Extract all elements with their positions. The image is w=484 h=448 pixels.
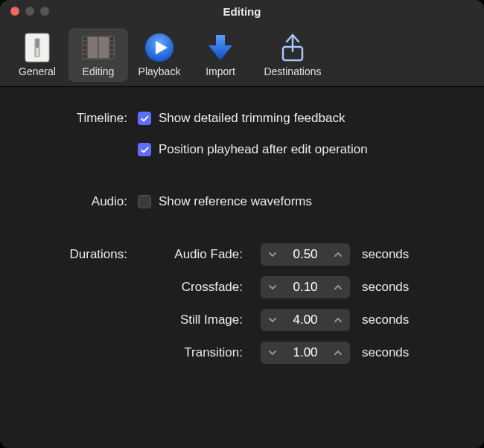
- svg-rect-3: [82, 36, 115, 60]
- svg-rect-12: [110, 51, 113, 54]
- crossfade-stepper[interactable]: 0.10: [261, 276, 350, 298]
- chevron-up-icon[interactable]: [329, 309, 347, 331]
- svg-rect-15: [99, 37, 109, 58]
- checkbox-show-waveforms[interactable]: [138, 195, 151, 208]
- audio-label: Audio:: [22, 194, 138, 209]
- svg-rect-13: [110, 55, 113, 58]
- traffic-lights: [0, 7, 49, 16]
- editing-pane: Timeline: Show detailed trimming feedbac…: [0, 87, 484, 448]
- tab-playback[interactable]: Playback: [130, 28, 189, 82]
- titlebar: Editing: [0, 0, 484, 22]
- svg-rect-7: [83, 51, 86, 54]
- chevron-down-icon[interactable]: [264, 309, 281, 331]
- tab-import[interactable]: Import: [191, 28, 250, 82]
- svg-rect-11: [110, 46, 113, 49]
- chevron-up-icon[interactable]: [329, 342, 347, 364]
- durations-label: Durations:: [22, 247, 138, 262]
- editing-icon: [76, 30, 121, 65]
- svg-rect-2: [36, 39, 39, 48]
- svg-rect-4: [83, 37, 86, 40]
- svg-rect-9: [110, 37, 113, 40]
- tab-editing-label: Editing: [83, 65, 115, 77]
- tab-destinations-label: Destinations: [264, 65, 321, 77]
- chevron-down-icon[interactable]: [264, 276, 281, 298]
- tab-import-label: Import: [206, 65, 235, 77]
- svg-rect-10: [110, 42, 113, 45]
- zoom-window-button[interactable]: [40, 7, 49, 16]
- audio-fade-label: Audio Fade:: [138, 247, 253, 262]
- transition-unit: seconds: [362, 345, 409, 360]
- checkbox-position-playhead[interactable]: [138, 143, 151, 156]
- transition-label: Transition:: [138, 345, 253, 360]
- general-icon: [15, 30, 60, 65]
- checkbox-show-waveforms-label: Show reference waveforms: [159, 194, 312, 209]
- crossfade-label: Crossfade:: [138, 280, 253, 295]
- still-image-stepper[interactable]: 4.00: [261, 309, 350, 331]
- timeline-label: Timeline:: [22, 111, 138, 126]
- tab-general[interactable]: General: [7, 28, 67, 82]
- audio-fade-unit: seconds: [362, 247, 409, 262]
- chevron-down-icon[interactable]: [264, 342, 281, 364]
- svg-rect-8: [83, 55, 86, 58]
- chevron-up-icon[interactable]: [329, 276, 347, 298]
- tab-editing[interactable]: Editing: [69, 28, 128, 82]
- svg-rect-14: [88, 37, 98, 58]
- checkbox-show-trimming-label: Show detailed trimming feedback: [159, 111, 345, 126]
- still-image-value: 4.00: [281, 313, 329, 327]
- preferences-window: Editing General: [0, 0, 484, 448]
- preferences-toolbar: General Editing: [0, 22, 484, 87]
- crossfade-unit: seconds: [362, 280, 409, 295]
- close-window-button[interactable]: [10, 7, 19, 16]
- crossfade-value: 0.10: [281, 280, 329, 295]
- window-title: Editing: [0, 5, 484, 18]
- svg-rect-5: [83, 42, 86, 45]
- chevron-up-icon[interactable]: [329, 243, 347, 266]
- svg-rect-6: [83, 46, 86, 49]
- still-image-label: Still Image:: [138, 313, 253, 327]
- transition-stepper[interactable]: 1.00: [261, 342, 350, 364]
- audio-fade-stepper[interactable]: 0.50: [261, 243, 350, 266]
- playback-icon: [137, 30, 182, 65]
- checkbox-show-trimming[interactable]: [138, 112, 151, 125]
- tab-destinations[interactable]: Destinations: [252, 28, 334, 82]
- tab-playback-label: Playback: [138, 65, 181, 77]
- minimize-window-button[interactable]: [25, 7, 34, 16]
- chevron-down-icon[interactable]: [264, 243, 281, 266]
- audio-fade-value: 0.50: [281, 247, 329, 262]
- destinations-icon: [270, 30, 315, 65]
- tab-general-label: General: [19, 65, 56, 77]
- transition-value: 1.00: [281, 345, 329, 360]
- import-icon: [198, 30, 243, 65]
- still-image-unit: seconds: [362, 313, 409, 327]
- checkbox-position-playhead-label: Position playhead after edit operation: [159, 142, 368, 157]
